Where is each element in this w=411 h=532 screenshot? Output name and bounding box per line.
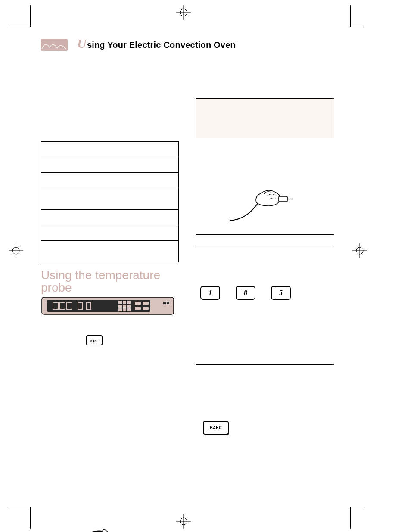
table-row	[41, 210, 178, 225]
svg-rect-22	[118, 305, 122, 308]
keypad-key-1: 1	[200, 286, 220, 300]
crop-mark	[350, 507, 351, 529]
keypad-key-5: 5	[271, 286, 291, 300]
list-item: .	[205, 398, 334, 405]
svg-rect-13	[47, 300, 150, 312]
section-heading: Using the temperature probe	[41, 269, 179, 294]
brand-logo-icon	[41, 39, 68, 51]
highlight-box	[196, 98, 334, 138]
svg-rect-31	[143, 307, 149, 310]
title-text: sing Your Electric Convection Oven	[87, 40, 236, 50]
svg-rect-23	[123, 305, 126, 308]
list-item: .	[205, 382, 334, 390]
svg-rect-28	[135, 302, 141, 305]
page-header: Using Your Electric Convection Oven	[41, 36, 334, 51]
svg-rect-24	[127, 305, 131, 308]
crop-mark	[350, 5, 351, 27]
divider	[196, 234, 334, 235]
svg-rect-29	[143, 302, 149, 305]
temperature-probe-illustration	[67, 529, 179, 532]
table-row	[41, 157, 178, 173]
keypad-example: 1 8 5	[200, 286, 334, 300]
table-row	[41, 173, 178, 188]
list-item: .	[50, 391, 179, 408]
crop-mark	[9, 507, 30, 507]
svg-rect-42	[279, 196, 287, 202]
svg-rect-27	[127, 308, 131, 311]
table-row	[41, 241, 178, 262]
list-item: .	[50, 374, 179, 391]
crop-mark	[351, 27, 364, 27]
svg-rect-32	[162, 301, 171, 305]
crop-mark	[30, 507, 31, 529]
svg-rect-33	[163, 302, 166, 304]
list-item: .	[205, 390, 334, 398]
bake-button-illustration: BAKE	[203, 421, 229, 435]
divider	[196, 247, 334, 247]
hand-plug-probe-illustration	[226, 181, 334, 226]
svg-rect-35	[101, 529, 112, 532]
control-panel-illustration	[41, 296, 174, 322]
crop-mark	[30, 5, 31, 27]
instruction-bullets-left: . .	[41, 374, 179, 408]
registration-mark-icon	[352, 243, 367, 258]
table-row	[41, 188, 178, 210]
title-drop-cap: U	[77, 36, 87, 50]
svg-rect-26	[123, 308, 126, 311]
bake-key-callout: BAKE	[86, 335, 103, 345]
svg-rect-21	[127, 301, 131, 304]
divider	[196, 364, 334, 365]
svg-rect-25	[118, 308, 122, 311]
temperature-table	[41, 141, 179, 262]
instruction-bullets-right: . . .	[196, 382, 334, 405]
svg-rect-30	[135, 307, 141, 310]
table-row	[41, 142, 178, 157]
svg-rect-20	[123, 301, 126, 304]
page-title: Using Your Electric Convection Oven	[77, 36, 236, 51]
svg-rect-19	[118, 301, 122, 304]
crop-mark	[351, 507, 364, 507]
table-row	[41, 225, 178, 241]
keypad-key-8: 8	[236, 286, 255, 300]
crop-mark	[9, 27, 30, 27]
registration-mark-icon	[176, 5, 191, 20]
registration-mark-icon	[9, 243, 23, 258]
svg-rect-34	[167, 302, 169, 304]
